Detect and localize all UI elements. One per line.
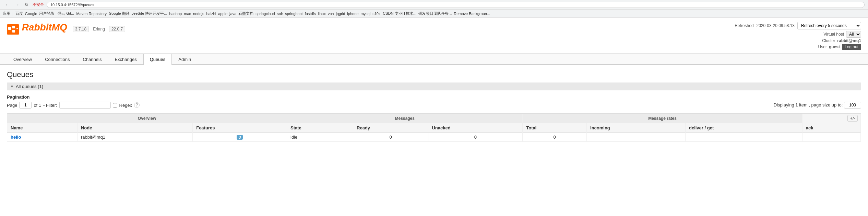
tab-queues[interactable]: Queues: [143, 54, 172, 65]
col-features: Features: [193, 123, 287, 133]
header-right: Refreshed 2020-03-20 09:58:13 Refresh ev…: [735, 22, 861, 51]
cell-deliver-get: [685, 133, 802, 142]
erlang-label: Erlang: [93, 27, 105, 31]
col-ack: ack: [802, 123, 860, 133]
all-queues-section-header[interactable]: ▼ All queues (1): [7, 82, 861, 90]
section-arrow-icon: ▼: [10, 85, 14, 88]
queue-name-link[interactable]: hello: [11, 135, 21, 140]
logo-area: RabbitMQ 3.7.18 Erlang 22.0.7: [7, 22, 125, 35]
cell-total: 0: [523, 133, 587, 142]
bookmark-gtranslate[interactable]: Google 翻译: [109, 11, 130, 16]
page-title: Queues: [7, 70, 861, 79]
plus-minus-cell: +/-: [802, 114, 860, 123]
displaying-info: Displaying 1 item , page size up to:: [774, 102, 861, 109]
logo: RabbitMQ: [7, 22, 67, 35]
col-ready: Ready: [353, 123, 428, 133]
cluster-label: Cluster: [822, 38, 835, 43]
logout-button[interactable]: Log out: [842, 44, 861, 50]
cluster-line: Cluster rabbit@mq1: [735, 38, 861, 43]
virtual-host-line: Virtual host All: [735, 31, 861, 38]
group-header-message-rates: Message rates: [523, 114, 802, 123]
bookmark-springcloud[interactable]: springcloud: [255, 12, 275, 16]
refresh-browser-button[interactable]: ↻: [23, 1, 30, 8]
tab-overview[interactable]: Overview: [7, 54, 38, 65]
bookmark-mac[interactable]: mac: [184, 12, 191, 16]
col-node: Node: [77, 123, 192, 133]
cell-node: rabbit@mq1: [77, 133, 192, 142]
bookmark-vpn[interactable]: vpn: [328, 12, 334, 16]
cell-state: idle: [287, 133, 353, 142]
bookmark-shimo[interactable]: 石墨文档: [238, 11, 253, 16]
cell-unacked: 0: [428, 133, 523, 142]
forward-button[interactable]: →: [13, 1, 21, 8]
erlang-version-badge: 22.0.7: [109, 26, 125, 32]
regex-label: Regex: [119, 103, 132, 108]
table-col-header-row: Name Node Features State Ready Unacked T…: [7, 123, 861, 133]
plus-minus-button[interactable]: +/-: [847, 115, 858, 122]
page-input[interactable]: [19, 102, 32, 109]
regex-checkbox[interactable]: [113, 103, 117, 107]
url-bar[interactable]: [47, 2, 865, 8]
refresh-select[interactable]: Refresh every 5 seconds Refresh every 10…: [797, 22, 861, 29]
user-line: User guest Log out: [735, 44, 861, 50]
of-label: of 1: [34, 103, 41, 108]
section-title: All queues (1): [16, 84, 43, 89]
bookmark-java[interactable]: java: [229, 12, 236, 16]
group-header-messages: Messages: [287, 114, 523, 123]
page-size-input[interactable]: [844, 102, 861, 109]
bookmark-baizhi[interactable]: baizhi: [206, 12, 216, 16]
queue-table: Overview Messages Message rates +/- Name…: [7, 114, 861, 142]
app-header: RabbitMQ 3.7.18 Erlang 22.0.7 Refreshed …: [0, 18, 868, 54]
bookmark-jqgrid[interactable]: jqgrid: [336, 12, 345, 16]
version-info: 3.7.18 Erlang 22.0.7: [73, 26, 125, 32]
col-deliver-get: deliver / get: [685, 123, 802, 133]
nav-tabs: Overview Connections Channels Exchanges …: [0, 54, 868, 65]
svg-rect-4: [16, 28, 18, 29]
bookmark-iphone[interactable]: iphone: [347, 12, 358, 16]
virtual-host-select[interactable]: All: [846, 31, 861, 38]
bookmark-linux[interactable]: linux: [318, 12, 326, 16]
bookmark-apple[interactable]: apple: [218, 12, 227, 16]
bookmark-google[interactable]: Google: [25, 12, 37, 16]
bookmark-s10[interactable]: s10+: [372, 12, 381, 16]
bookmark-jeesite[interactable]: JeeSite 快速开发平...: [132, 11, 167, 16]
main-content: Queues ▼ All queues (1) Pagination Page …: [0, 65, 868, 148]
user-label: User: [818, 45, 827, 49]
feature-badge-d: D: [237, 135, 243, 140]
cell-incoming: [587, 133, 686, 142]
cell-features: D: [193, 133, 287, 142]
bookmark-mysql[interactable]: mysql: [360, 12, 370, 16]
bookmark-removebg[interactable]: Remove Backgroun...: [454, 12, 490, 16]
table-group-header-row: Overview Messages Message rates +/-: [7, 114, 861, 123]
displaying-text: Displaying 1 item , page size up to:: [774, 102, 843, 107]
tab-exchanges[interactable]: Exchanges: [108, 54, 143, 65]
tab-admin[interactable]: Admin: [172, 54, 198, 65]
bookmark-csdn[interactable]: CSDN-专业IT技术...: [383, 11, 416, 16]
version-badge: 3.7.18: [73, 26, 89, 32]
bookmark-yuncode[interactable]: 用户登录 - 码云 Git...: [39, 11, 74, 16]
pagination-label: Pagination: [7, 94, 861, 100]
queue-table-container: Overview Messages Message rates +/- Name…: [7, 113, 861, 142]
svg-rect-1: [8, 27, 11, 30]
tab-channels[interactable]: Channels: [76, 54, 108, 65]
tab-connections[interactable]: Connections: [38, 54, 76, 65]
svg-rect-3: [12, 30, 15, 33]
bookmark-fastdfs[interactable]: fastdfs: [305, 12, 316, 16]
bookmark-nodejs[interactable]: nodejs: [193, 12, 204, 16]
bookmark-baidu[interactable]: 百度: [15, 11, 23, 16]
filter-label: - Filter:: [43, 103, 57, 108]
back-button[interactable]: ←: [3, 1, 11, 8]
bookmark-hadoop[interactable]: hadoop: [169, 12, 182, 16]
bookmark-solr[interactable]: solr: [277, 12, 283, 16]
bookmark-apps[interactable]: 应用: [3, 11, 10, 16]
bookmark-springboot[interactable]: springboot: [285, 12, 302, 16]
filter-input[interactable]: [59, 102, 111, 109]
pagination-section: Pagination Page of 1 - Filter: Regex ? D…: [7, 94, 861, 109]
bookmark-project[interactable]: 研发项目团队任务...: [418, 11, 452, 16]
regex-help-icon[interactable]: ?: [134, 102, 140, 108]
cluster-value: rabbit@mq1: [837, 38, 861, 43]
refresh-line: Refreshed 2020-03-20 09:58:13 Refresh ev…: [735, 22, 861, 29]
group-header-overview: Overview: [7, 114, 287, 123]
security-label: 不安全: [33, 2, 44, 7]
bookmark-maven[interactable]: Maven Repository: [76, 12, 107, 16]
